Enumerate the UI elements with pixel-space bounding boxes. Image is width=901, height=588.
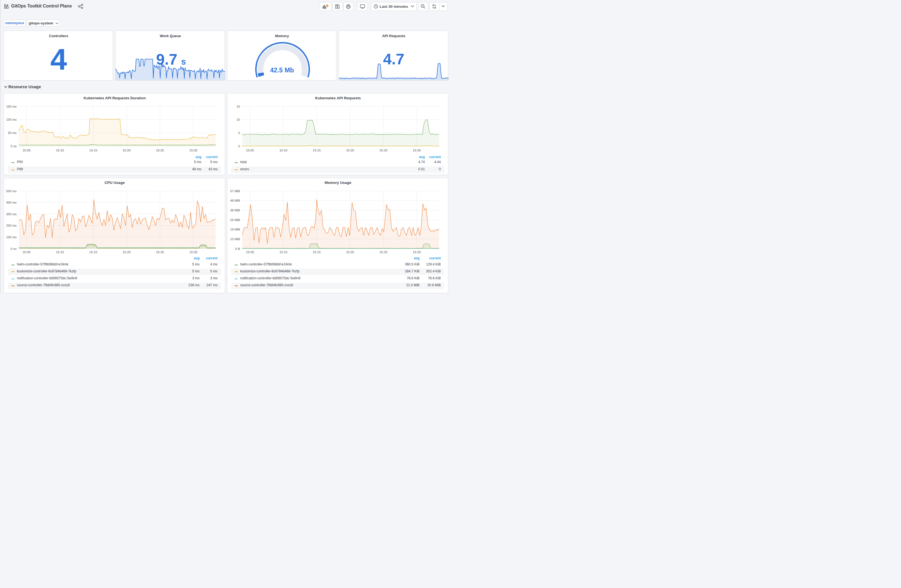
svg-text:10: 10 bbox=[237, 118, 240, 121]
svg-text:15:15: 15:15 bbox=[313, 149, 321, 152]
svg-text:15:05: 15:05 bbox=[22, 149, 31, 152]
svg-text:15:20: 15:20 bbox=[346, 250, 354, 254]
svg-text:15:10: 15:10 bbox=[56, 149, 64, 152]
svg-text:15:15: 15:15 bbox=[89, 149, 97, 152]
svg-text:15:25: 15:25 bbox=[156, 149, 164, 152]
svg-text:50 ms: 50 ms bbox=[8, 131, 17, 135]
svg-text:15:25: 15:25 bbox=[379, 250, 387, 254]
svg-text:15:15: 15:15 bbox=[89, 250, 97, 254]
svg-text:100 ms: 100 ms bbox=[6, 235, 17, 239]
svg-text:15:20: 15:20 bbox=[123, 149, 131, 152]
svg-text:0 B: 0 B bbox=[235, 247, 240, 250]
svg-text:15:30: 15:30 bbox=[189, 149, 197, 152]
svg-text:0 ns: 0 ns bbox=[11, 247, 17, 250]
svg-text:15:25: 15:25 bbox=[156, 250, 164, 254]
svg-text:0: 0 bbox=[238, 145, 240, 148]
svg-text:0 ns: 0 ns bbox=[11, 145, 17, 148]
svg-text:15:20: 15:20 bbox=[346, 149, 354, 152]
svg-text:15:20: 15:20 bbox=[123, 250, 131, 254]
svg-text:15:30: 15:30 bbox=[189, 250, 197, 254]
svg-text:500 ms: 500 ms bbox=[6, 190, 17, 193]
svg-text:15:05: 15:05 bbox=[246, 250, 254, 254]
svg-text:15: 15 bbox=[237, 105, 240, 108]
svg-text:150 ms: 150 ms bbox=[6, 105, 17, 108]
svg-text:15:10: 15:10 bbox=[279, 250, 287, 254]
svg-text:48 MiB: 48 MiB bbox=[230, 199, 240, 202]
svg-text:29 MiB: 29 MiB bbox=[230, 218, 240, 222]
svg-text:19 MiB: 19 MiB bbox=[230, 228, 240, 231]
svg-text:15:30: 15:30 bbox=[413, 250, 421, 254]
svg-text:200 ms: 200 ms bbox=[6, 224, 17, 227]
svg-text:100 ms: 100 ms bbox=[6, 118, 17, 121]
svg-text:10 MiB: 10 MiB bbox=[230, 237, 240, 241]
svg-text:57 MiB: 57 MiB bbox=[230, 190, 240, 193]
svg-text:15:30: 15:30 bbox=[413, 149, 421, 152]
svg-text:5: 5 bbox=[238, 131, 240, 135]
svg-text:15:25: 15:25 bbox=[379, 149, 387, 152]
svg-text:400 ms: 400 ms bbox=[6, 201, 17, 204]
svg-text:15:10: 15:10 bbox=[279, 149, 287, 152]
svg-text:300 ms: 300 ms bbox=[6, 212, 17, 216]
svg-text:38 MiB: 38 MiB bbox=[230, 208, 240, 212]
svg-text:15:05: 15:05 bbox=[246, 149, 254, 152]
svg-text:15:05: 15:05 bbox=[22, 250, 31, 254]
svg-text:15:15: 15:15 bbox=[313, 250, 321, 254]
svg-text:15:10: 15:10 bbox=[56, 250, 64, 254]
